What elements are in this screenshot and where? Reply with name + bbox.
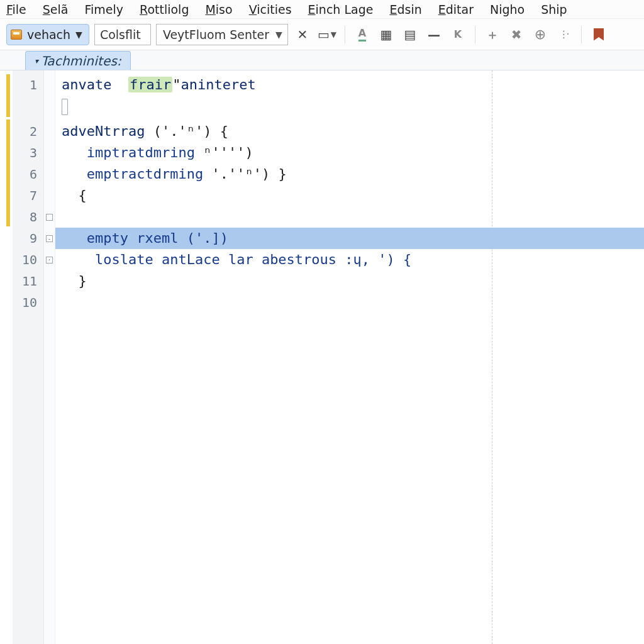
fold-handle[interactable]: - [46, 235, 53, 242]
file-selector[interactable]: vehach ▼ [6, 24, 89, 45]
style-name-value: Colsflit [100, 28, 141, 42]
tab-strip: ▾ Tachminites: [0, 50, 644, 70]
code-token: empty rxeml ('.]) [62, 230, 228, 246]
code-token: aninteret [180, 77, 255, 92]
editor: 1236789101110 -· anvate frair"anintereta… [0, 70, 644, 644]
line-number: 10 [13, 249, 43, 270]
fold-cell [44, 270, 55, 292]
toolbar: vehach ▼ Colsflit VeytFluom Senter ▼ ▼ [0, 19, 644, 50]
remove-button[interactable] [425, 24, 443, 45]
fold-column: -· [44, 70, 55, 644]
rectangle-icon [318, 28, 330, 41]
menu-bar: File Selã Fimely Rottliolg Miso Vicities… [0, 0, 644, 19]
code-token: ') } [253, 166, 287, 182]
menu-ship[interactable]: Ship [541, 3, 567, 16]
code-line[interactable]: { [55, 185, 644, 206]
code-line[interactable]: loslate antLace lar abestrous :ɥ, ') { [55, 249, 644, 270]
line-number: 10 [13, 292, 43, 313]
separator [475, 26, 475, 43]
code-token: ') { [195, 123, 228, 139]
separator [345, 26, 345, 43]
menu-vicities[interactable]: Vicities [249, 3, 292, 16]
menu-edsin[interactable]: Edsin [389, 3, 421, 16]
code-line[interactable]: imptratdmring ⁿ'''') [55, 142, 644, 164]
menu-sela[interactable]: Selã [43, 3, 69, 16]
bookmark-button[interactable] [589, 24, 608, 45]
code-token: ⁿ [187, 123, 195, 139]
fold-cell [44, 206, 55, 228]
line-number: 9 [13, 228, 43, 249]
fold-cell [44, 292, 55, 313]
line-number: 7 [13, 185, 43, 206]
menu-nigho[interactable]: Nigho [490, 3, 525, 16]
menu-file[interactable]: File [6, 3, 26, 16]
bookmark-icon [594, 28, 604, 41]
chevron-down-icon: ▼ [275, 30, 282, 40]
code-token: } [62, 273, 87, 289]
line-number: 8 [13, 206, 43, 228]
menu-fimely[interactable]: Fimely [84, 3, 123, 16]
web-button[interactable] [531, 24, 550, 45]
code-token: '.'' [211, 166, 245, 182]
code-line[interactable] [55, 206, 644, 228]
chevron-down-icon: ▼ [331, 30, 336, 39]
menu-rottliolg[interactable]: Rottliolg [140, 3, 189, 16]
code-token: " [172, 77, 180, 92]
code-token: anvate [62, 77, 128, 92]
fold-cell [44, 185, 55, 206]
code-line[interactable]: emptractdrming '.''ⁿ') } [55, 164, 644, 185]
font-color-button[interactable] [353, 24, 372, 45]
clear-format-button[interactable] [293, 24, 312, 45]
more-button[interactable] [555, 24, 574, 45]
menu-editar[interactable]: Editar [438, 3, 474, 16]
fold-handle[interactable]: · [46, 257, 53, 264]
style-name-field[interactable]: Colsflit [94, 24, 151, 45]
code-token: { [62, 187, 87, 203]
code-line[interactable] [55, 292, 644, 313]
fold-cell [44, 96, 55, 121]
code-line[interactable] [55, 96, 644, 121]
table-button[interactable] [377, 24, 396, 45]
line-number [13, 96, 43, 121]
cut-button[interactable] [448, 24, 467, 45]
code-line[interactable]: } [55, 270, 644, 292]
font-combo-value: VeytFluom Senter [163, 28, 269, 42]
separator [581, 26, 582, 43]
tab-label: Tachminites: [41, 53, 121, 69]
menu-miso[interactable]: Miso [205, 3, 232, 16]
change-marker [6, 74, 10, 117]
chevron-down-icon: ▾ [35, 57, 38, 65]
code-line[interactable]: anvate frair"aninteret [55, 74, 644, 96]
fold-cell [44, 121, 55, 142]
disk-icon [11, 30, 22, 40]
code-token: imptratdmring [62, 145, 203, 160]
fold-handle[interactable] [46, 214, 53, 221]
file-selector-label: vehach [27, 28, 70, 42]
font-combo[interactable]: VeytFluom Senter ▼ [156, 24, 288, 45]
code-area[interactable]: anvate frair"aninteretadveNtrrag ('.'ⁿ')… [55, 70, 644, 644]
add-button[interactable] [483, 24, 502, 45]
indent-button[interactable] [401, 24, 419, 45]
line-number: 6 [13, 164, 43, 185]
fold-cell [44, 142, 55, 164]
code-token: ('.' [145, 123, 186, 139]
code-token: '''') [211, 145, 253, 160]
change-marker [6, 119, 10, 226]
code-line[interactable]: adveNtrrag ('.'ⁿ') { [55, 121, 644, 142]
menu-einchlage[interactable]: Einch Lage [308, 3, 374, 16]
code-token: loslate antLace lar abestrous :ɥ, ') { [62, 252, 411, 267]
fold-cell: - [44, 228, 55, 249]
code-token: ⁿ [203, 145, 211, 160]
layout-button[interactable]: ▼ [317, 24, 337, 45]
delete-button[interactable] [507, 24, 526, 45]
fold-cell: · [44, 249, 55, 270]
line-number: 2 [13, 121, 43, 142]
code-token: frair [128, 77, 172, 92]
line-number: 3 [13, 142, 43, 164]
text-cursor [62, 99, 68, 115]
chevron-down-icon: ▼ [75, 30, 82, 40]
tab-tachminites[interactable]: ▾ Tachminites: [25, 51, 131, 70]
code-line[interactable]: empty rxeml ('.]) [55, 228, 644, 249]
code-token: adveNtrrag [62, 123, 145, 139]
change-marker-bar [0, 70, 13, 644]
